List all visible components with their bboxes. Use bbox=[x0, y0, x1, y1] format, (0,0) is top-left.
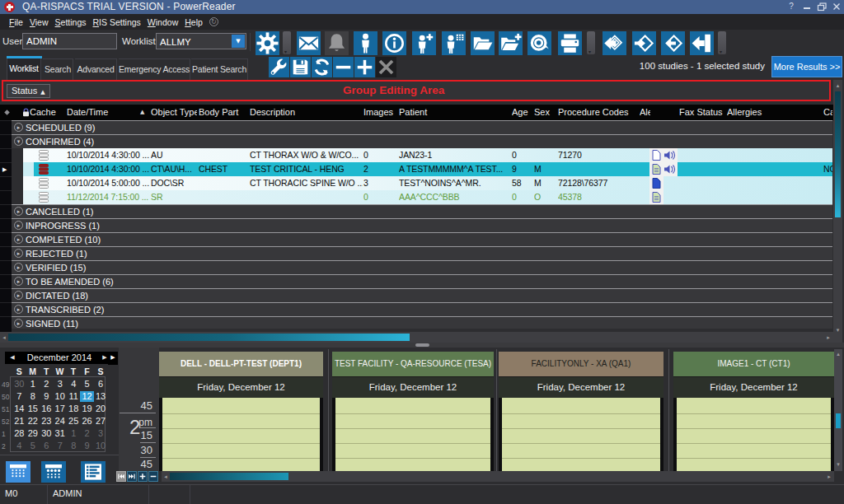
study-out-button[interactable] bbox=[661, 31, 685, 55]
scroll-down-icon[interactable]: ▾ bbox=[834, 327, 842, 334]
add-button[interactable] bbox=[354, 57, 375, 77]
calendar-day[interactable]: 8 bbox=[67, 441, 80, 451]
group-row-signed[interactable]: ▸SIGNED (11) bbox=[12, 316, 832, 329]
go-last-button[interactable] bbox=[127, 471, 137, 482]
calendar-day[interactable]: 16 bbox=[40, 404, 53, 414]
table-hscroll-thumb[interactable] bbox=[8, 334, 410, 341]
close-edit-button[interactable] bbox=[376, 57, 396, 77]
sched-scroll-left-icon[interactable]: ◂ bbox=[162, 474, 169, 480]
open-folder-button[interactable] bbox=[471, 31, 495, 55]
minimize-button[interactable] bbox=[799, 0, 814, 13]
settings-gear-button[interactable] bbox=[256, 31, 279, 55]
menu-help[interactable]: Help bbox=[185, 15, 203, 30]
calendar-day[interactable]: 23 bbox=[40, 416, 53, 427]
status-group-chip[interactable]: Status▲ bbox=[7, 84, 50, 98]
group-row-to-be-amended[interactable]: ▸TO BE AMENDED (6) bbox=[12, 274, 832, 288]
column-header-body-part[interactable]: Body Part bbox=[199, 107, 246, 117]
collapse-group-icon[interactable]: ▾ bbox=[14, 137, 23, 146]
menu-view[interactable]: View bbox=[30, 15, 49, 30]
calendar-day[interactable]: 22 bbox=[26, 416, 40, 427]
bell-button[interactable] bbox=[325, 31, 349, 55]
scheduler-vscrollbar[interactable]: ▴ ▾ bbox=[834, 349, 842, 471]
column-header-sex[interactable]: Sex bbox=[534, 107, 556, 117]
calendar-day[interactable]: 8 bbox=[26, 391, 40, 402]
tab-patient-search[interactable]: Patient Search bbox=[191, 58, 248, 80]
column-header-age[interactable]: Age bbox=[512, 107, 532, 117]
calendar-day[interactable]: 10 bbox=[94, 441, 107, 451]
menu-file[interactable]: File bbox=[9, 15, 23, 30]
scheduler-hscrollbar[interactable]: ◂ ▸ bbox=[162, 471, 834, 482]
scheduler-vscroll-thumb[interactable] bbox=[836, 413, 841, 428]
calendar-day[interactable]: 30 bbox=[12, 379, 26, 390]
calendar-day[interactable]: 31 bbox=[54, 428, 67, 439]
column-header-ale[interactable]: Ale bbox=[640, 107, 650, 117]
menu-settings[interactable]: Settings bbox=[55, 15, 87, 30]
study-row-2[interactable]: 10/10/2014 4:30:00 ...CT\AU\H...CHESTTES… bbox=[23, 162, 832, 176]
calendar-day[interactable]: 6 bbox=[94, 379, 107, 390]
expand-group-icon[interactable]: ▸ bbox=[14, 305, 23, 314]
resource-grid-1[interactable] bbox=[159, 398, 323, 471]
calendar-day[interactable]: 24 bbox=[54, 416, 67, 427]
toolbar-overflow-1[interactable] bbox=[283, 31, 291, 54]
calendar-day[interactable]: 19 bbox=[80, 404, 93, 414]
calendar-day[interactable]: 2 bbox=[40, 379, 53, 390]
more-results-button[interactable]: More Results >> bbox=[771, 56, 842, 77]
menu-ris-settings[interactable]: RIS Settings bbox=[92, 15, 140, 30]
calendar-day[interactable]: 5 bbox=[26, 441, 40, 451]
calendar-day[interactable]: 11 bbox=[67, 391, 80, 402]
go-first-button[interactable] bbox=[116, 471, 126, 482]
mail-button[interactable] bbox=[297, 31, 321, 55]
menu-window[interactable]: Window bbox=[148, 15, 178, 30]
group-row-dictated[interactable]: ▸DICTATED (18) bbox=[12, 288, 832, 302]
group-row-transcribed[interactable]: ▸TRANSCRIBED (2) bbox=[12, 302, 832, 316]
scroll-right-icon[interactable]: ▸ bbox=[824, 334, 832, 341]
wrench-button[interactable] bbox=[269, 57, 289, 77]
worklist-dropdown-button[interactable]: ▼ bbox=[232, 35, 245, 48]
info-button[interactable] bbox=[382, 31, 406, 55]
calendar-day[interactable]: 10 bbox=[54, 391, 67, 402]
calendar-day[interactable]: 26 bbox=[80, 416, 93, 427]
column-header-description[interactable]: Description bbox=[250, 107, 363, 117]
zoom-out-button[interactable] bbox=[148, 471, 158, 482]
calendar-day[interactable]: 13 bbox=[94, 391, 107, 402]
table-vscroll-thumb[interactable] bbox=[835, 91, 841, 217]
column-header-ca[interactable]: Ca bbox=[823, 107, 832, 117]
calendar-day[interactable]: 9 bbox=[80, 441, 93, 451]
calendar-day[interactable]: 7 bbox=[54, 441, 67, 451]
list-view-button[interactable] bbox=[81, 461, 106, 483]
help-session-icon[interactable]: ↻ bbox=[209, 17, 218, 26]
close-window-button[interactable] bbox=[829, 0, 844, 13]
expand-group-icon[interactable]: ▸ bbox=[14, 235, 23, 244]
study-in-button[interactable] bbox=[632, 31, 656, 55]
patient-button[interactable] bbox=[354, 31, 377, 55]
week-view-button[interactable] bbox=[41, 461, 66, 483]
group-row-scheduled[interactable]: ▸SCHEDULED (9) bbox=[12, 120, 832, 134]
calendar-day[interactable]: 6 bbox=[40, 441, 53, 451]
expand-group-icon[interactable]: ▸ bbox=[14, 291, 23, 300]
splitter-grip[interactable] bbox=[415, 343, 429, 347]
calendar-day[interactable]: 25 bbox=[67, 416, 80, 427]
calendar-day[interactable]: 17 bbox=[54, 404, 67, 414]
study-row-4[interactable]: 11/12/2014 7:15:00 ...SR0AAA^CCC^BBB0O45… bbox=[23, 190, 832, 204]
study-row-3[interactable]: 10/10/2014 5:00:00 ...DOC\SRCT THORACIC … bbox=[23, 176, 832, 190]
group-row-verified[interactable]: ▸VERIFIED (15) bbox=[12, 260, 832, 274]
remove-button[interactable] bbox=[333, 57, 354, 77]
column-header-images[interactable]: Images bbox=[363, 107, 395, 117]
scroll-up-icon[interactable]: ▴ bbox=[834, 82, 842, 89]
calendar-day[interactable]: 27 bbox=[94, 416, 107, 427]
calendar-day[interactable]: 3 bbox=[94, 428, 107, 439]
scheduler-hscroll-thumb[interactable] bbox=[170, 473, 288, 480]
expand-group-icon[interactable]: ▸ bbox=[14, 123, 23, 132]
add-patient-button[interactable] bbox=[412, 31, 436, 55]
month-view-button[interactable] bbox=[6, 461, 30, 483]
calendar-day[interactable]: 18 bbox=[67, 404, 80, 414]
expand-group-icon[interactable]: ▸ bbox=[14, 207, 23, 216]
expand-group-icon[interactable]: ▸ bbox=[14, 249, 23, 258]
sched-scroll-right-icon[interactable]: ▸ bbox=[826, 474, 832, 480]
expand-group-icon[interactable]: ▸ bbox=[14, 221, 23, 230]
calendar-day[interactable]: 1 bbox=[67, 428, 80, 439]
calendar-day-selected[interactable]: 12 bbox=[80, 391, 93, 402]
calendar-day[interactable]: 14 bbox=[12, 404, 26, 414]
refresh-button[interactable] bbox=[312, 57, 332, 77]
user-input[interactable] bbox=[22, 33, 117, 49]
